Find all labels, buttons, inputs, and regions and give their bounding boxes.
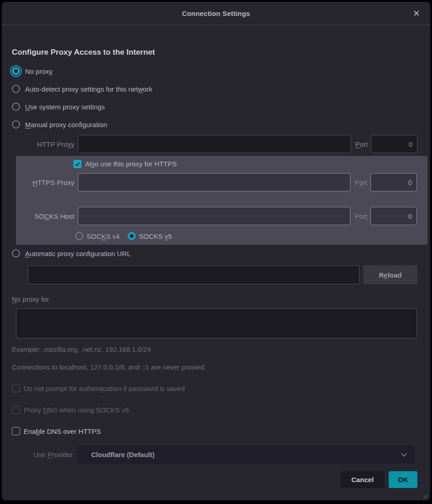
resize-grip-icon[interactable]: [422, 493, 427, 499]
dialog-button-row: Cancel OK: [12, 471, 417, 488]
http-proxy-input[interactable]: [78, 135, 351, 153]
radio-label: Auto-detect proxy settings for this netw…: [25, 85, 152, 93]
provider-selected-value: Cloudflare (Default): [91, 451, 401, 458]
radio-icon[interactable]: [75, 232, 83, 240]
no-proxy-example-text: Example: .mozilla.org, .net.nz, 192.168.…: [12, 345, 417, 353]
radio-icon[interactable]: [12, 249, 20, 257]
socks-port-input[interactable]: [370, 207, 417, 225]
radio-option-socks-v5[interactable]: SOCKS v5: [128, 232, 172, 240]
checkbox-label: Proxy DNS when using SOCKS v5: [24, 406, 129, 414]
radio-icon[interactable]: [12, 85, 20, 93]
http-port-input[interactable]: [371, 135, 417, 153]
https-port-input[interactable]: [370, 173, 417, 191]
radio-label: Use system proxy settings: [25, 103, 105, 111]
also-use-https-checkbox-row[interactable]: Also use this proxy for HTTPS: [73, 156, 417, 167]
checkbox-no-auth-prompt[interactable]: Do not prompt for authentication if pass…: [12, 383, 417, 394]
socks-host-input[interactable]: [78, 207, 350, 225]
socks-host-label: SOCKS Host: [16, 212, 74, 220]
https-port-label: Port: [355, 179, 367, 186]
no-proxy-for-textarea[interactable]: [16, 309, 417, 339]
radio-label: SOCKS v5: [139, 232, 172, 240]
no-proxy-for-label: No proxy for: [12, 295, 417, 303]
ok-button[interactable]: OK: [389, 471, 417, 488]
https-socks-highlight-section: Also use this proxy for HTTPS HTTPS Prox…: [16, 156, 427, 245]
never-proxied-note: Connections to localhost, 127.0.0.1/8, a…: [12, 363, 417, 371]
checkbox-proxy-dns-socks5[interactable]: Proxy DNS when using SOCKS v5: [12, 404, 417, 415]
autoproxy-url-input[interactable]: [28, 265, 360, 284]
radio-label: Manual proxy configuration: [25, 121, 107, 129]
use-provider-label: Use Provider: [12, 451, 73, 458]
dialog-content: Configure Proxy Access to the Internet N…: [2, 48, 430, 488]
autoproxy-url-row: Reload: [28, 265, 417, 284]
radio-option-automatic-proxy-url[interactable]: Automatic proxy configuration URL: [12, 248, 417, 259]
checkbox-label: Also use this proxy for HTTPS: [85, 160, 177, 168]
radio-option-auto-detect[interactable]: Auto-detect proxy settings for this netw…: [12, 83, 417, 94]
radio-label: Automatic proxy configuration URL: [25, 250, 131, 257]
dialog-title: Connection Settings: [182, 10, 250, 17]
doh-provider-row: Use Provider Cloudflare (Default): [12, 445, 417, 464]
radio-option-manual-proxy[interactable]: Manual proxy configuration: [12, 119, 417, 130]
radio-label: No proxy: [25, 67, 52, 75]
radio-option-no-proxy[interactable]: No proxy: [12, 66, 417, 77]
radio-option-system-proxy[interactable]: Use system proxy settings: [12, 101, 417, 112]
checkbox-label: Enable DNS over HTTPS: [24, 427, 101, 435]
dialog-titlebar: Connection Settings ✕: [2, 2, 430, 25]
socks-version-radio-group: SOCKS v4 SOCKS v5: [75, 231, 417, 242]
radio-label: SOCKS v4: [87, 232, 120, 240]
provider-select[interactable]: Cloudflare (Default): [77, 445, 415, 464]
checkbox-icon[interactable]: [12, 406, 20, 414]
https-proxy-input[interactable]: [78, 173, 350, 191]
close-icon: ✕: [413, 8, 420, 18]
socks-host-row: SOCKS Host Port: [16, 207, 417, 225]
radio-icon[interactable]: [12, 120, 20, 129]
options-checkbox-group: Do not prompt for authentication if pass…: [12, 383, 417, 437]
page-title: Configure Proxy Access to the Internet: [12, 48, 417, 57]
http-proxy-label: HTTP Proxy: [12, 140, 74, 148]
screen-background: { "titlebar": { "title": "Connection Set…: [0, 0, 432, 504]
checkbox-enable-doh[interactable]: Enable DNS over HTTPS: [12, 426, 417, 437]
https-proxy-row: HTTPS Proxy Port: [16, 173, 417, 191]
radio-selected-icon[interactable]: [128, 232, 136, 240]
radio-icon[interactable]: [12, 103, 20, 111]
checkbox-checked-icon[interactable]: [73, 160, 82, 168]
reload-button[interactable]: Reload: [363, 265, 417, 284]
checkbox-icon[interactable]: [12, 427, 20, 435]
proxy-mode-radio-group: No proxy Auto-detect proxy settings for …: [12, 66, 417, 130]
cancel-button[interactable]: Cancel: [340, 471, 385, 488]
connection-settings-dialog: Connection Settings ✕ Configure Proxy Ac…: [2, 2, 430, 500]
checkmark-icon: [75, 161, 80, 167]
close-button[interactable]: ✕: [410, 7, 423, 20]
radio-option-socks-v4[interactable]: SOCKS v4: [75, 232, 120, 240]
https-proxy-label: HTTPS Proxy: [16, 179, 74, 186]
radio-selected-icon[interactable]: [12, 67, 20, 75]
socks-port-label: Port: [355, 212, 367, 220]
http-port-label: Port: [355, 140, 368, 148]
chevron-down-icon: [401, 453, 408, 457]
checkbox-icon[interactable]: [12, 384, 20, 392]
checkbox-label: Do not prompt for authentication if pass…: [24, 385, 185, 392]
http-proxy-row: HTTP Proxy Port: [12, 135, 417, 153]
